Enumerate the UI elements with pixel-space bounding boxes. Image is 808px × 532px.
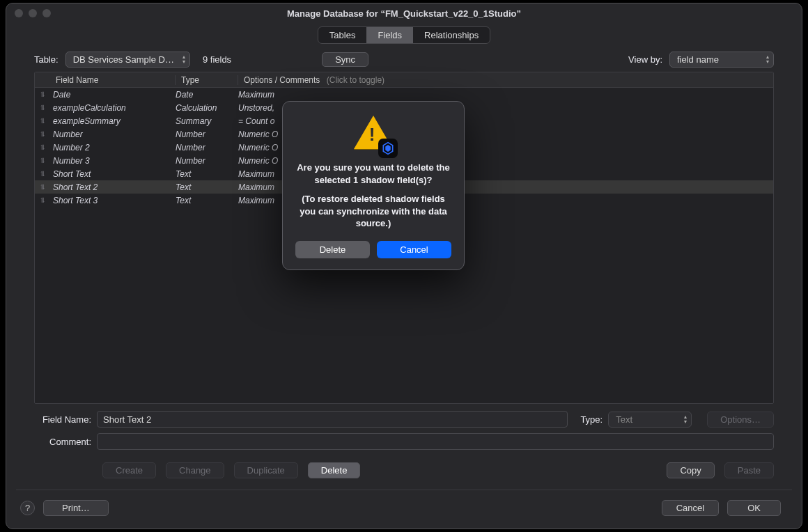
create-button[interactable]: Create	[102, 462, 156, 478]
field-form: Field Name: Type: Text ▴▾ Options… Comme…	[6, 404, 802, 460]
toolbar: Table: DB Services Sample D… ▴▾ 9 fields…	[6, 47, 802, 72]
drag-handle-icon[interactable]: ⥮	[35, 104, 50, 111]
drag-handle-icon[interactable]: ⥮	[35, 183, 50, 191]
warning-icon: !	[354, 114, 393, 153]
cell-type: Summary	[176, 116, 238, 126]
drag-handle-icon[interactable]: ⥮	[35, 196, 50, 204]
table-dropdown[interactable]: DB Services Sample D… ▴▾	[65, 52, 190, 68]
options-button[interactable]: Options…	[707, 412, 774, 428]
header-options[interactable]: Options / Comments (Click to toggle)	[238, 75, 773, 85]
updown-icon: ▴▾	[182, 54, 185, 64]
cell-type: Calculation	[176, 103, 238, 113]
type-dropdown[interactable]: Text ▴▾	[608, 412, 692, 428]
help-button[interactable]: ?	[20, 501, 35, 515]
dialog-delete-button[interactable]: Delete	[295, 241, 370, 258]
dialog-cancel-button[interactable]: Cancel	[377, 241, 451, 258]
drag-handle-icon[interactable]: ⥮	[35, 130, 50, 138]
minimize-window-icon[interactable]	[29, 9, 37, 17]
table-header: Field Name Type Options / Comments (Clic…	[35, 72, 773, 88]
type-label: Type:	[580, 414, 603, 425]
header-type[interactable]: Type	[176, 75, 238, 85]
footer: ? Print… Cancel OK	[6, 496, 802, 529]
drag-handle-icon[interactable]: ⥮	[35, 143, 50, 151]
print-button[interactable]: Print…	[43, 500, 109, 516]
comment-input[interactable]	[97, 433, 774, 450]
cell-type: Text	[176, 182, 238, 192]
sync-button[interactable]: Sync	[322, 52, 368, 67]
copy-button[interactable]: Copy	[667, 462, 714, 478]
app-badge-icon	[378, 139, 398, 158]
cell-field-name: exampleSummary	[50, 116, 176, 126]
confirm-delete-dialog: ! Are you sure you want to delete the se…	[282, 101, 465, 270]
comment-label: Comment:	[34, 437, 91, 447]
table-row[interactable]: ⥮DateDateMaximum	[35, 88, 773, 101]
window-title: Manage Database for “FM_Quickstart_v22_0…	[6, 8, 802, 19]
updown-icon: ▴▾	[684, 414, 687, 424]
drag-handle-icon[interactable]: ⥮	[35, 157, 50, 164]
action-buttons: Create Change Duplicate Delete Copy Past…	[6, 460, 802, 487]
cell-type: Text	[176, 196, 238, 205]
paste-button[interactable]: Paste	[724, 462, 774, 478]
zoom-window-icon[interactable]	[42, 9, 51, 17]
ok-button[interactable]: OK	[727, 500, 781, 516]
cell-field-name: Short Text 2	[50, 182, 176, 192]
cell-field-name: Number 2	[50, 143, 176, 152]
tab-relationships[interactable]: Relationships	[413, 27, 490, 43]
viewby-value: field name	[677, 54, 719, 65]
cell-field-name: exampleCalculation	[50, 103, 176, 113]
divider	[16, 490, 792, 490]
drag-handle-icon[interactable]: ⥮	[35, 91, 50, 98]
field-count: 9 fields	[203, 54, 231, 65]
cell-type: Date	[176, 90, 238, 100]
viewby-dropdown[interactable]: field name ▴▾	[669, 52, 774, 68]
tab-tables[interactable]: Tables	[318, 27, 367, 43]
table-dropdown-value: DB Services Sample D…	[73, 54, 174, 65]
drag-handle-icon[interactable]: ⥮	[35, 170, 50, 178]
duplicate-button[interactable]: Duplicate	[234, 462, 298, 478]
window-controls	[15, 9, 51, 17]
cell-type: Number	[176, 156, 238, 166]
change-button[interactable]: Change	[166, 462, 224, 478]
tabs-segmented-control: Tables Fields Relationships	[318, 26, 490, 44]
fieldname-label: Field Name:	[34, 414, 91, 425]
viewby-label: View by:	[628, 54, 662, 65]
cell-field-name: Number	[50, 130, 176, 139]
drag-handle-icon[interactable]: ⥮	[35, 117, 50, 125]
cell-type: Number	[176, 143, 238, 152]
cell-field-name: Short Text	[50, 169, 176, 179]
tab-fields[interactable]: Fields	[366, 27, 413, 43]
fieldname-input[interactable]	[97, 411, 568, 428]
header-field-name[interactable]: Field Name	[50, 75, 176, 85]
cell-field-name: Date	[50, 90, 176, 100]
cell-options: Maximum	[238, 90, 773, 100]
cell-field-name: Short Text 3	[50, 196, 176, 205]
dialog-submessage: (To restore deleted shadow fields you ca…	[295, 193, 451, 230]
cell-type: Number	[176, 130, 238, 139]
close-window-icon[interactable]	[15, 9, 23, 17]
tabs-row: Tables Fields Relationships	[6, 23, 802, 47]
delete-button[interactable]: Delete	[308, 462, 361, 478]
dialog-message: Are you sure you want to delete the sele…	[295, 162, 451, 186]
titlebar: Manage Database for “FM_Quickstart_v22_0…	[6, 3, 802, 23]
cell-field-name: Number 3	[50, 156, 176, 166]
cell-type: Text	[176, 169, 238, 179]
updown-icon: ▴▾	[766, 54, 769, 64]
cancel-button[interactable]: Cancel	[662, 500, 719, 516]
table-label: Table:	[34, 54, 59, 65]
